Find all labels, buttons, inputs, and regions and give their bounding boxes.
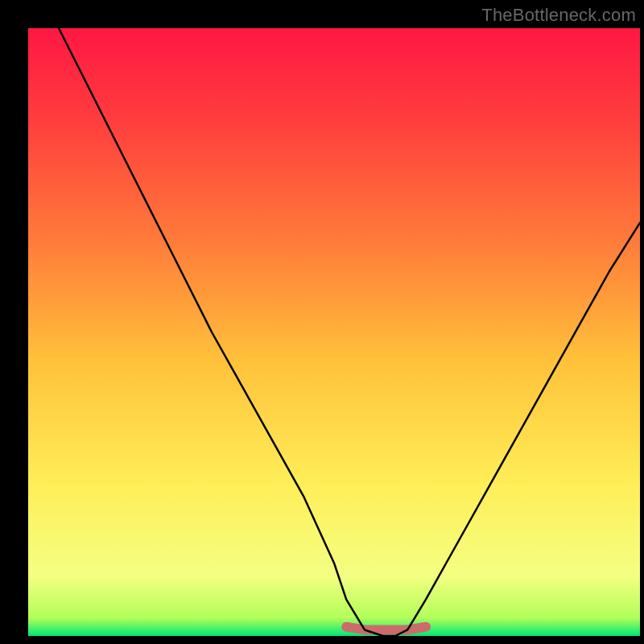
optimal-flat-segment <box>346 627 426 630</box>
bottleneck-chart <box>0 0 644 644</box>
watermark-text: TheBottleneck.com <box>481 5 636 26</box>
gradient-background <box>28 28 640 636</box>
chart-stage: TheBottleneck.com <box>0 0 644 644</box>
